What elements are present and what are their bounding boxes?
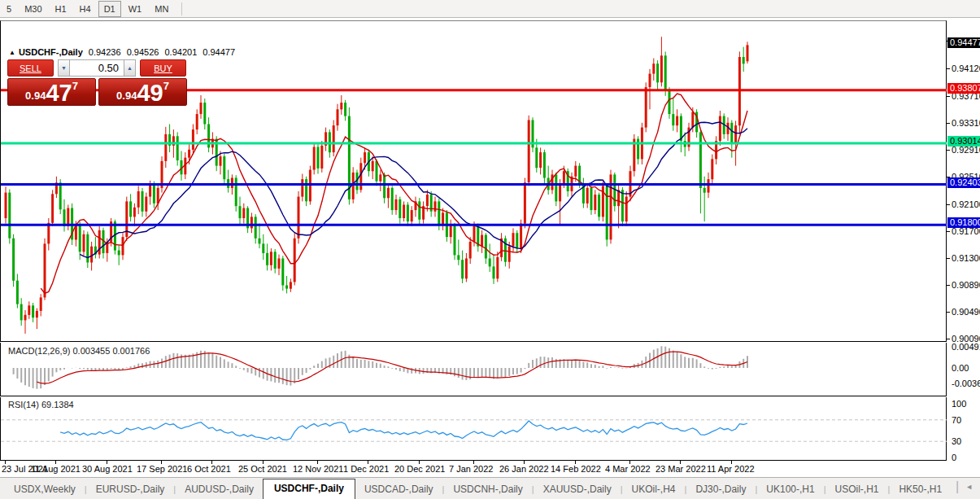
price-tick-label: 0.93310	[952, 118, 980, 128]
price-chart-pane: ▲USDCHF-,Daily 0.94236 0.94526 0.94201 0…	[0, 20, 947, 342]
timeframe-button-w1[interactable]: W1	[123, 1, 148, 17]
price-tick-label: 0.90890	[952, 280, 980, 290]
buy-button[interactable]: BUY	[140, 59, 186, 77]
date-tick-label: 23 Mar 2022	[656, 464, 706, 474]
price-tick	[947, 231, 950, 232]
volume-increase-button[interactable]: ▲	[124, 59, 136, 77]
timeframe-button-mn[interactable]: MN	[149, 1, 174, 17]
chart-tab-uk100-h1[interactable]: UK100-,H1	[757, 480, 823, 499]
sell-button[interactable]: SELL	[7, 59, 54, 77]
chart-tab-usdcnh-daily[interactable]: USDCNH-,Daily	[444, 480, 531, 499]
date-tick-label: 14 Feb 2022	[551, 464, 601, 474]
chart-tab-xauusd-daily[interactable]: XAUUSD-,Daily	[534, 480, 621, 499]
chart-tab-audusd-daily[interactable]: AUDUSD-,Daily	[176, 480, 263, 499]
toolbar-separator	[181, 2, 182, 15]
price-tick	[947, 258, 950, 259]
date-tick-label: 7 Jan 2022	[449, 464, 493, 474]
chart-tab-usdchf-daily[interactable]: USDCHF-,Daily	[263, 479, 355, 499]
chart-tab-ukoil-h4[interactable]: UKOil-,H4	[623, 480, 685, 499]
date-tick-label: 4 Mar 2022	[605, 464, 651, 474]
macd-axis-label: -0.00361	[952, 379, 980, 388]
trading-terminal: 5M30H1H4D1W1MN ▲USDCHF-,Daily 0.94236 0.…	[0, 0, 980, 499]
price-tick-label: 0.94120	[952, 63, 980, 73]
rsi-axis-label: 100	[952, 399, 966, 409]
price-tick	[947, 339, 950, 339]
volume-input[interactable]	[70, 59, 124, 77]
rsi-axis-label: 70	[952, 415, 961, 425]
hline-price-badge: 0.93014	[947, 136, 980, 147]
price-tick	[947, 96, 950, 97]
volume-decrease-button[interactable]: ▼	[58, 59, 70, 77]
date-tick-label: 12 Nov 2021	[293, 464, 343, 474]
date-tick-label: 1 Dec 2021	[343, 464, 389, 474]
price-tick-label: 0.90490	[952, 307, 980, 317]
price-tick	[947, 204, 950, 205]
date-tick-label: 25 Oct 2021	[238, 464, 287, 474]
macd-axis-label: 0.00	[952, 363, 969, 373]
macd-label: MACD(12,26,9) 0.003455 0.001766	[8, 346, 150, 356]
price-tick	[947, 285, 950, 286]
macd-pane: MACD(12,26,9) 0.003455 0.001766	[0, 343, 947, 396]
rsi-axis-label: 30	[952, 436, 961, 446]
date-tick-label: 26 Jan 2022	[499, 464, 549, 474]
price-scale: 0.945300.941200.937100.933100.929100.925…	[947, 20, 980, 461]
quote-low: 0.94201	[164, 47, 197, 57]
timeframe-button-d1[interactable]: D1	[98, 1, 121, 17]
sell-price-big: 47	[46, 82, 72, 103]
chart-tab-dj30-daily[interactable]: DJ30-,Daily	[686, 480, 755, 499]
timeframe-button-h4[interactable]: H4	[74, 1, 97, 17]
buy-price-sup: 7	[163, 80, 169, 92]
rsi-axis-label: 0	[952, 453, 956, 462]
date-tick-label: 11 Apr 2022	[707, 464, 755, 474]
buy-price-prefix: 0.94	[116, 90, 137, 102]
price-tick-label: 0.92100	[952, 199, 980, 209]
current-price-badge: 0.94477	[947, 37, 980, 48]
one-click-trade-panel: SELL ▼ ▲ BUY 0.94 47 7 0.94 49 7	[7, 59, 187, 106]
tabs-scroll-left-icon[interactable]: ◄	[965, 483, 973, 491]
date-tick-label: 6 Oct 2021	[187, 464, 231, 474]
date-tick-label: 11 Aug 2021	[31, 464, 81, 474]
chart-tab-usoil-h1[interactable]: USOil-,H1	[826, 480, 888, 499]
hline-price-badge: 0.91800	[947, 217, 980, 228]
date-tick-label: 20 Dec 2021	[394, 464, 445, 474]
sell-price-box[interactable]: 0.94 47 7	[7, 78, 96, 106]
buy-price-big: 49	[137, 82, 163, 103]
timeframe-button-5[interactable]: 5	[1, 1, 17, 17]
price-tick	[947, 150, 950, 151]
chart-symbol-label: USDCHF-,Daily	[19, 47, 83, 57]
chart-tab-usdx-weekly[interactable]: USDX,Weekly	[5, 480, 85, 499]
hline-price-badge: 0.93807	[947, 83, 980, 94]
rsi-pane: RSI(14) 69.1384	[0, 397, 947, 461]
macd-axis-label: 0.004913	[952, 342, 980, 352]
tab-nav: |◄►	[951, 479, 980, 499]
collapse-window-icon[interactable]: ▲	[9, 49, 15, 56]
price-tick-label: 0.91300	[952, 253, 980, 263]
sell-price-prefix: 0.94	[25, 90, 46, 102]
date-scale: 23 Jul 202111 Aug 202130 Aug 202117 Sep …	[0, 462, 947, 476]
price-tick	[947, 123, 950, 124]
quote-close: 0.94477	[203, 47, 235, 57]
buy-price-box[interactable]: 0.94 49 7	[98, 78, 187, 106]
rsi-label: RSI(14) 69.1384	[8, 400, 74, 409]
sell-price-sup: 7	[72, 80, 78, 92]
date-tick-label: 30 Aug 2021	[82, 464, 133, 474]
chart-title: ▲USDCHF-,Daily 0.94236 0.94526 0.94201 0…	[9, 47, 235, 57]
date-tick-label: 17 Sep 2021	[137, 464, 187, 474]
chart-tab-usdcad-daily[interactable]: USDCAD-,Daily	[355, 480, 442, 499]
tab-nav-separator: |	[956, 479, 959, 494]
price-tick	[947, 312, 950, 313]
timeframe-button-m30[interactable]: M30	[19, 1, 47, 17]
chart-tab-eurusd-daily[interactable]: EURUSD-,Daily	[87, 480, 174, 499]
hline-price-badge: 0.92403	[947, 177, 980, 188]
rsi-canvas	[1, 397, 947, 461]
timeframe-toolbar: 5M30H1H4D1W1MN	[0, 0, 980, 18]
chart-tab-hk50-h1[interactable]: HK50-,H1	[890, 480, 951, 499]
quote-high: 0.94526	[127, 47, 159, 57]
quote-open: 0.94236	[89, 47, 121, 57]
price-tick	[947, 68, 950, 69]
timeframe-button-h1[interactable]: H1	[50, 1, 72, 17]
chart-tab-bar: USDX,Weekly|EURUSD-,Daily|AUDUSD-,DailyU…	[0, 477, 980, 499]
